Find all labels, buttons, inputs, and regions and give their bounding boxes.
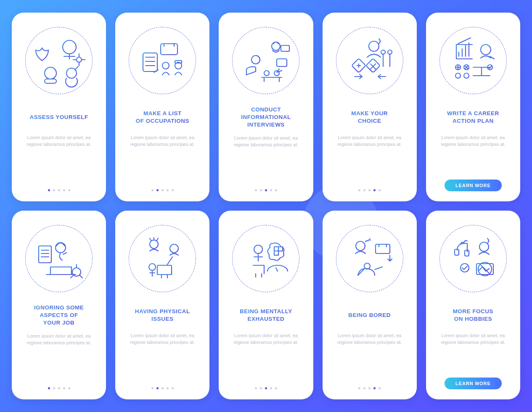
pagination-dots[interactable] (255, 379, 277, 389)
learn-more-button[interactable]: LEARN MORE (445, 378, 502, 389)
plan-icon (439, 27, 507, 94)
pagination-dot[interactable] (48, 387, 50, 389)
svg-point-11 (272, 42, 280, 50)
pagination-dot[interactable] (358, 189, 360, 191)
svg-point-24 (455, 73, 461, 78)
screen-body: Lorem ipsum dolor sit amet, ea regione l… (121, 135, 204, 148)
pagination-dot[interactable] (265, 387, 267, 389)
pagination-dot[interactable] (368, 387, 371, 389)
svg-point-25 (464, 73, 469, 78)
screen-body: Lorem ipsum dolor sit amet, ea regione l… (328, 333, 411, 346)
screen-title: MORE FOCUS ON HOBBIES (450, 304, 497, 327)
pagination-dot[interactable] (255, 189, 257, 191)
svg-rect-2 (45, 79, 56, 83)
pagination-dot[interactable] (58, 387, 60, 389)
svg-point-33 (149, 264, 156, 270)
onboarding-phone-0-3: MAKE YOUR CHOICELorem ipsum dolor sit am… (323, 13, 417, 201)
screen-title: HAVING PHYSICAL ISSUES (132, 304, 193, 327)
pagination-dot[interactable] (53, 387, 55, 389)
svg-rect-13 (277, 59, 287, 66)
ignore-icon (25, 225, 93, 292)
physical-icon (129, 225, 196, 292)
pagination-dot[interactable] (156, 387, 159, 389)
pagination-dot[interactable] (161, 387, 164, 389)
screen-title: CONDUCT INFORMATIONAL INTERVIEWS (238, 106, 294, 129)
pagination-dot[interactable] (68, 387, 70, 389)
screen-body: Lorem ipsum dolor sit amet, ea regione l… (432, 135, 514, 148)
pagination-dot[interactable] (373, 387, 376, 389)
interview-icon (232, 27, 299, 94)
pagination-dot[interactable] (68, 189, 70, 191)
svg-point-16 (369, 41, 379, 51)
svg-point-28 (56, 243, 66, 253)
svg-point-34 (254, 245, 262, 254)
svg-point-0 (63, 40, 76, 54)
svg-text:z: z (369, 237, 371, 241)
pagination-dots[interactable] (358, 181, 381, 191)
pagination-dot[interactable] (167, 189, 169, 191)
pagination-dot[interactable] (172, 189, 174, 191)
screen-body: Lorem ipsum dolor sit amet, ea regione l… (121, 333, 204, 346)
pagination-dots[interactable] (48, 181, 70, 191)
svg-rect-18 (366, 58, 380, 73)
svg-rect-6 (161, 44, 177, 55)
svg-point-38 (356, 241, 365, 251)
pagination-dot[interactable] (275, 387, 277, 389)
pagination-dot[interactable] (270, 189, 272, 191)
svg-point-15 (274, 71, 279, 76)
screen-title: IGNORING SOME ASPECTS OF YOUR JOB (31, 304, 87, 327)
pagination-dot[interactable] (167, 387, 169, 389)
svg-rect-5 (143, 53, 157, 71)
pagination-dot[interactable] (151, 387, 154, 389)
screen-title: MAKE YOUR CHOICE (348, 106, 391, 129)
pagination-dot[interactable] (373, 189, 376, 191)
pagination-dot[interactable] (58, 189, 60, 191)
pagination-dot[interactable] (363, 189, 365, 191)
svg-rect-27 (39, 246, 51, 263)
pagination-dot[interactable] (161, 189, 164, 191)
pagination-dot[interactable] (260, 387, 262, 389)
pagination-dot[interactable] (63, 189, 65, 191)
pagination-dot[interactable] (368, 189, 371, 191)
pagination-dot[interactable] (378, 189, 381, 191)
pagination-dot[interactable] (156, 189, 159, 191)
onboarding-phone-0-4: WRITE A CAREER ACTION PLANLorem ipsum do… (426, 13, 520, 201)
onboarding-phone-0-0: ASSESS YOURSELFLorem ipsum dolor sit ame… (12, 13, 106, 201)
pagination-dot[interactable] (363, 387, 365, 389)
svg-rect-35 (274, 247, 278, 251)
pagination-dot[interactable] (151, 189, 154, 191)
onboarding-phone-1-2: BEING MENTALLY EXHAUSTEDLorem ipsum dolo… (219, 211, 313, 399)
onboarding-phone-0-2: CONDUCT INFORMATIONAL INTERVIEWSLorem ip… (219, 13, 313, 201)
svg-rect-12 (281, 45, 289, 51)
pagination-dots[interactable] (151, 181, 174, 191)
hobby-icon (439, 225, 507, 292)
onboarding-phone-0-1: MAKE A LIST OF OCCUPATIONSLorem ipsum do… (115, 13, 209, 201)
screen-body: Lorem ipsum dolor sit amet, ea regione l… (225, 135, 307, 148)
learn-more-button[interactable]: LEARN MORE (445, 180, 502, 191)
bored-icon: z (336, 225, 403, 292)
pagination-dot[interactable] (53, 189, 55, 191)
svg-point-30 (150, 240, 158, 248)
pagination-dot[interactable] (275, 189, 277, 191)
pagination-dot[interactable] (48, 189, 50, 191)
svg-point-31 (170, 244, 178, 253)
svg-point-29 (72, 268, 81, 276)
pagination-dot[interactable] (63, 387, 65, 389)
pagination-dot[interactable] (358, 387, 360, 389)
assess-icon (25, 27, 93, 94)
svg-point-21 (481, 45, 491, 55)
pagination-dots[interactable] (151, 379, 174, 389)
svg-point-4 (77, 57, 82, 62)
onboarding-phone-1-3: z BEING BOREDLorem ipsum dolor sit amet,… (323, 211, 417, 399)
pagination-dot[interactable] (270, 387, 272, 389)
pagination-dot[interactable] (265, 189, 267, 191)
pagination-dots[interactable] (358, 379, 381, 389)
pagination-dot[interactable] (255, 387, 257, 389)
pagination-dot[interactable] (260, 189, 262, 191)
pagination-dot[interactable] (172, 387, 174, 389)
screen-body: Lorem ipsum dolor sit amet, ea regione l… (18, 135, 100, 148)
pagination-dot[interactable] (378, 387, 381, 389)
screen-body: Lorem ipsum dolor sit amet, ea regione l… (225, 333, 307, 346)
pagination-dots[interactable] (48, 379, 70, 389)
pagination-dots[interactable] (255, 181, 277, 191)
